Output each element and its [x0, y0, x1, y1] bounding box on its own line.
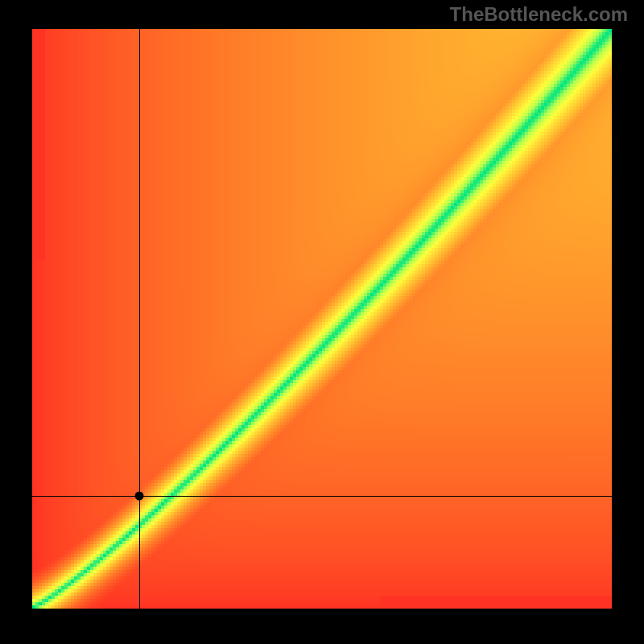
- heatmap-canvas: [32, 29, 612, 609]
- selected-point-marker: [135, 491, 144, 500]
- crosshair-vertical: [139, 29, 140, 609]
- watermark-text: TheBottleneck.com: [450, 3, 628, 26]
- plot-area: [32, 29, 612, 609]
- crosshair-horizontal: [32, 496, 612, 497]
- chart-frame: TheBottleneck.com: [0, 0, 644, 644]
